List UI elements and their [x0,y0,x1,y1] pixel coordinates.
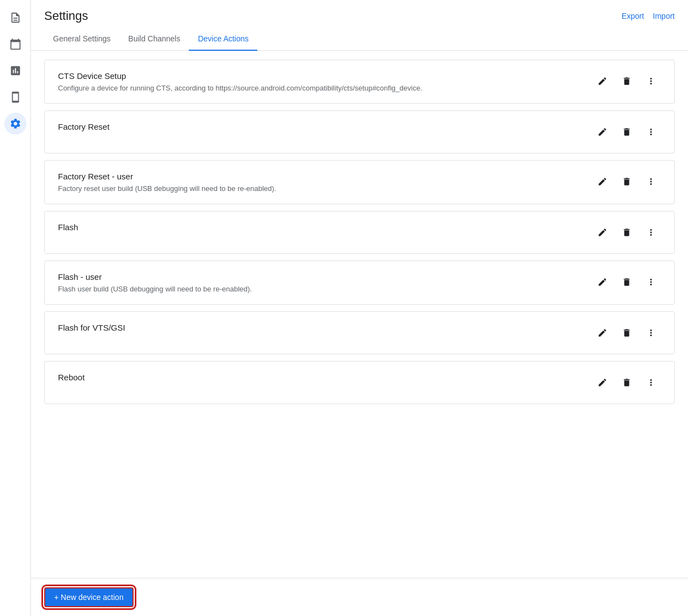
delete-button[interactable] [617,172,637,192]
delete-button[interactable] [617,222,637,242]
edit-button[interactable] [592,122,612,142]
main-content: Settings Export Import General Settings … [31,0,688,616]
action-name: Flash - user [58,272,579,282]
action-description: Flash user build (USB debugging will nee… [58,285,579,293]
tabs-bar: General Settings Build Channels Device A… [31,28,688,51]
more-options-button[interactable] [641,373,661,392]
action-name: CTS Device Setup [58,71,579,81]
edit-button[interactable] [592,71,612,91]
action-description: Configure a device for running CTS, acco… [58,84,579,92]
more-options-button[interactable] [641,122,661,142]
header-actions: Export Import [622,12,675,20]
page-footer: + New device action [31,578,688,616]
action-name: Reboot [58,373,579,382]
action-card: Flash - userFlash user build (USB debugg… [44,261,675,305]
edit-button[interactable] [592,172,612,192]
edit-button[interactable] [592,373,612,392]
delete-button[interactable] [617,122,637,142]
tab-general-settings[interactable]: General Settings [44,28,119,51]
edit-button[interactable] [592,272,612,292]
action-card: Reboot [44,361,675,404]
action-name: Flash [58,222,579,232]
sidebar-item-reports[interactable] [4,7,27,29]
page-header: Settings Export Import [31,0,688,23]
sidebar-item-settings[interactable] [4,113,27,135]
new-device-action-button[interactable]: + New device action [44,587,134,607]
sidebar-item-devices[interactable] [4,86,27,108]
delete-button[interactable] [617,71,637,91]
delete-button[interactable] [617,373,637,392]
tab-build-channels[interactable]: Build Channels [119,28,189,51]
action-card: Flash for VTS/GSI [44,311,675,354]
more-options-button[interactable] [641,222,661,242]
content-area: CTS Device SetupConfigure a device for r… [31,51,688,578]
action-name: Flash for VTS/GSI [58,323,579,332]
sidebar [0,0,31,616]
sidebar-item-schedule[interactable] [4,33,27,55]
sidebar-item-analytics[interactable] [4,60,27,82]
action-card: Factory Reset - userFactory reset user b… [44,160,675,204]
delete-button[interactable] [617,272,637,292]
action-name: Factory Reset [58,122,579,131]
action-card: Factory Reset [44,110,675,153]
more-options-button[interactable] [641,323,661,343]
tab-device-actions[interactable]: Device Actions [189,28,257,51]
import-link[interactable]: Import [653,12,675,20]
more-options-button[interactable] [641,71,661,91]
page-title: Settings [44,9,88,23]
more-options-button[interactable] [641,272,661,292]
more-options-button[interactable] [641,172,661,192]
action-name: Factory Reset - user [58,172,579,181]
edit-button[interactable] [592,323,612,343]
action-card: Flash [44,211,675,254]
edit-button[interactable] [592,222,612,242]
export-link[interactable]: Export [622,12,644,20]
action-description: Factory reset user build (USB debugging … [58,184,579,193]
delete-button[interactable] [617,323,637,343]
action-card: CTS Device SetupConfigure a device for r… [44,60,675,104]
